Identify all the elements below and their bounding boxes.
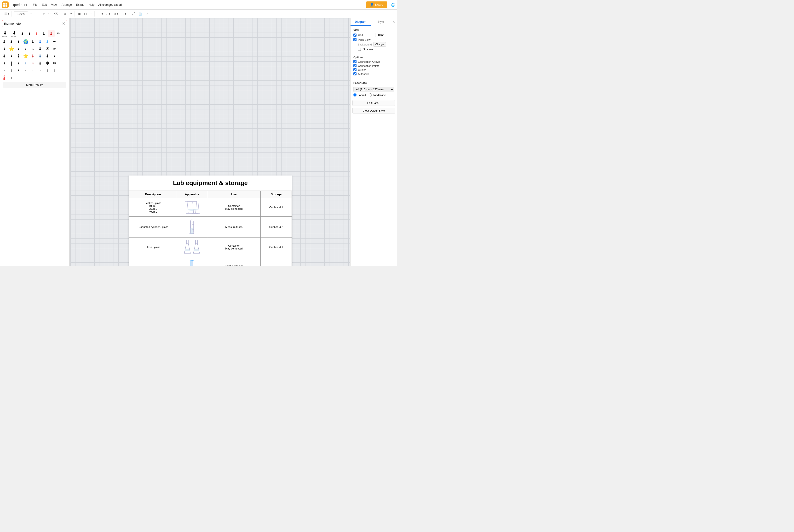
page-view-checkbox[interactable] <box>353 38 356 41</box>
menu-file[interactable]: File <box>31 2 39 7</box>
shape-item-4[interactable]: 🌡 <box>26 30 33 37</box>
menu-help[interactable]: Help <box>87 2 96 7</box>
undo-button[interactable] <box>41 11 47 17</box>
shape-item-46[interactable]: 🌡 <box>37 67 43 74</box>
shape-item-41[interactable]: 🌡 <box>1 67 8 74</box>
right-panel-close-button[interactable]: ✕ <box>391 18 397 26</box>
search-clear-button[interactable]: ✕ <box>62 21 65 26</box>
menu-arrange[interactable]: Arrange <box>60 2 74 7</box>
shape-item-25[interactable]: 🌡 <box>1 53 8 59</box>
paper-size-select[interactable]: A4 (210 mm x 297 mm) A3 Letter Legal <box>353 87 394 92</box>
shape-item-19[interactable]: 🌡 <box>15 45 22 52</box>
more-results-button[interactable]: More Results <box>3 82 67 88</box>
shape-item-36[interactable]: 🌡 <box>22 60 29 66</box>
connector-button[interactable]: → ▾ <box>96 11 105 17</box>
shape-item-26[interactable]: 🌡 <box>8 53 15 59</box>
insert-button[interactable]: ⊕ ▾ <box>112 11 119 17</box>
shape-item-18[interactable]: ⭐ <box>8 45 15 52</box>
search-input[interactable] <box>4 22 62 25</box>
shape-item-21[interactable]: 🌡 <box>30 45 36 52</box>
redo-button[interactable] <box>47 11 52 17</box>
shape-item-38[interactable]: 🌡 <box>37 60 43 66</box>
shape-item-48[interactable]: | <box>51 67 58 74</box>
shape-item-33[interactable]: 🌡 <box>1 60 8 66</box>
shape-item-39[interactable]: ❄ <box>44 60 51 66</box>
shape-item-x1186[interactable]: 🌡 X1186... <box>10 30 19 38</box>
connection-arrows-checkbox[interactable] <box>353 60 356 63</box>
shape-item-22[interactable]: 🌡 <box>37 45 43 52</box>
paper-size-title: Paper Size <box>353 81 394 84</box>
grid-checkbox[interactable] <box>353 34 356 37</box>
fit-page-button[interactable]: ⛶ <box>131 11 136 17</box>
shape-item-29[interactable]: 🌡 <box>30 53 36 59</box>
shape-item-34[interactable]: | <box>8 60 15 66</box>
menu-view[interactable]: View <box>49 2 59 7</box>
shape-item-9[interactable]: 🌡 <box>1 38 8 45</box>
shape-item-43[interactable]: 🌡 <box>15 67 22 74</box>
shape-item-49[interactable] <box>1 74 8 81</box>
stroke-button[interactable]: ▢ <box>82 11 88 17</box>
autosave-checkbox[interactable] <box>353 72 356 75</box>
change-background-button[interactable]: Change <box>373 42 386 47</box>
shape-item-45[interactable]: 🌡 <box>30 67 36 74</box>
grid-color-swatch[interactable] <box>387 33 394 37</box>
shape-item-37[interactable]: 🌡 <box>30 60 36 66</box>
shape-item-7[interactable]: 🌡 <box>48 30 55 37</box>
fullscreen-button[interactable]: ⤢ <box>144 11 149 17</box>
menu-edit[interactable]: Edit <box>40 2 49 7</box>
shape-item-13[interactable]: 🌡 <box>30 38 36 45</box>
shape-item-28[interactable]: ⭐ <box>22 53 29 59</box>
portrait-radio[interactable] <box>353 93 356 96</box>
zoom-out-button[interactable] <box>34 11 38 17</box>
shape-item-16[interactable]: ✒ <box>51 38 58 45</box>
shape-item-6[interactable]: 🌡 <box>41 30 48 37</box>
share-button[interactable]: 👤 Share <box>366 1 387 8</box>
clear-default-style-button[interactable]: Clear Default Style <box>352 108 395 113</box>
delete-button[interactable] <box>53 11 60 17</box>
zoom-display[interactable]: 100% <box>14 12 28 16</box>
guides-checkbox[interactable] <box>353 68 356 71</box>
therm-outline2-icon: 🌡 <box>17 61 20 65</box>
fill-button[interactable]: ▣ <box>77 11 82 17</box>
shape-item-24[interactable]: ✏ <box>51 45 58 52</box>
table-button[interactable]: ⊞ ▾ <box>120 11 128 17</box>
menu-extras[interactable]: Extras <box>74 2 86 7</box>
shape-item-14[interactable]: 🌡 <box>37 38 43 45</box>
shape-item-27[interactable]: 🌡 <box>15 53 22 59</box>
shape-item-23[interactable]: ☀ <box>44 45 51 52</box>
cut-button[interactable]: ✂ <box>68 11 74 17</box>
waypoint-button[interactable]: ⌐ ▾ <box>105 11 112 17</box>
shape-item-10[interactable]: 🌡 <box>8 38 15 45</box>
shape-item-32[interactable]: 🌡 <box>51 53 58 59</box>
copy-button[interactable]: ⧉ <box>63 11 68 17</box>
tab-style[interactable]: Style <box>371 18 391 26</box>
shape-item-20[interactable]: 🌡 <box>22 45 29 52</box>
shape-item-x1185a[interactable]: 🌡 X1185... <box>1 30 10 38</box>
canvas-area[interactable]: Lab equipment & storage Description Appa… <box>71 18 350 266</box>
shape-item-47[interactable]: | <box>44 67 51 74</box>
zoom-in-button[interactable] <box>29 11 33 17</box>
page-view-button[interactable]: 📄 <box>137 11 144 17</box>
shape-item-30[interactable]: 🌡 <box>37 53 43 59</box>
shape-item-42[interactable]: | <box>8 67 15 74</box>
shape-item-17[interactable]: 🌡 <box>1 45 8 52</box>
shape-item-5[interactable]: 🌡 <box>34 30 40 37</box>
tab-diagram[interactable]: Diagram <box>351 18 371 26</box>
shape-item-11[interactable]: 🌡 <box>15 38 22 45</box>
connection-points-checkbox[interactable] <box>353 64 356 67</box>
shape-item-12[interactable]: 🌍 <box>22 38 29 45</box>
shape-item-40[interactable]: ✏ <box>51 60 58 66</box>
shape-item-8[interactable]: ✏ <box>55 30 62 37</box>
shape-item-31[interactable]: 🌡 <box>44 53 51 59</box>
shape-item-50[interactable]: | <box>8 74 15 81</box>
border-button[interactable]: □ <box>89 11 93 17</box>
shape-item-35[interactable]: 🌡 <box>15 60 22 66</box>
shape-item-3[interactable]: 🌡 <box>19 30 26 37</box>
shadow-checkbox[interactable] <box>358 48 361 51</box>
shape-item-15[interactable]: 🌡 <box>44 38 51 45</box>
sidebar-toggle-button[interactable]: ☰ ▾ <box>3 11 11 17</box>
shape-item-44[interactable]: 🌡 <box>22 67 29 74</box>
edit-data-button[interactable]: Edit Data... <box>352 100 395 106</box>
grid-value-input[interactable] <box>375 33 386 37</box>
landscape-radio[interactable] <box>369 93 372 96</box>
